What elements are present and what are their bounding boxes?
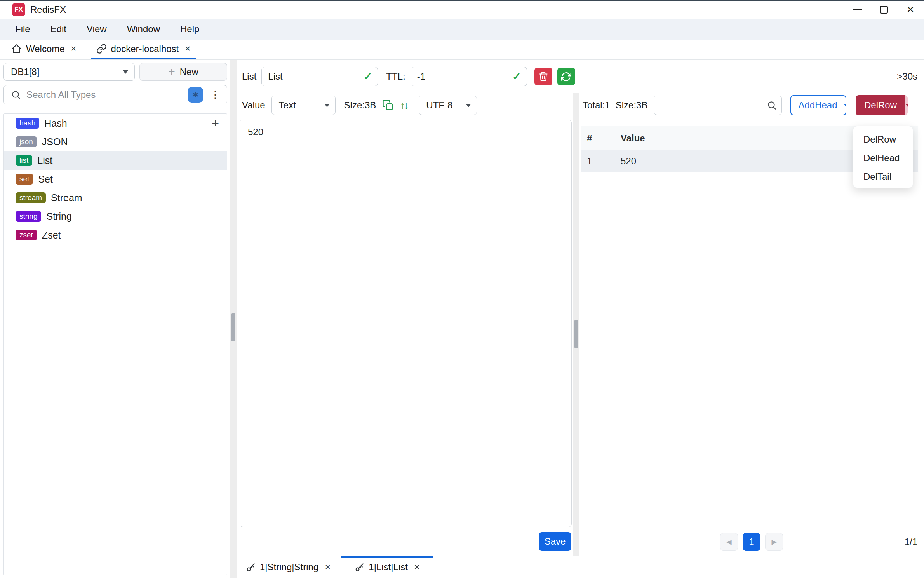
save-button[interactable]: Save [539, 532, 571, 551]
pane-splitter [573, 93, 579, 556]
check-icon: ✓ [364, 70, 372, 83]
delete-key-button[interactable] [534, 68, 552, 85]
type-badge: list [16, 155, 32, 166]
splitter-handle[interactable] [231, 313, 235, 341]
trash-icon [538, 71, 548, 82]
sort-updown-icon[interactable]: ↑↓ [400, 100, 409, 111]
addhead-dropdown-button[interactable] [844, 96, 846, 115]
search-icon [11, 90, 21, 100]
menu-item-delhead[interactable]: DelHead [853, 149, 913, 167]
filter-favorite-button[interactable]: ✱ [188, 87, 203, 103]
elements-toolbar: Total:1 Size:3B AddHead DelRow [579, 93, 924, 117]
value-size-label: Size:3B [344, 100, 376, 111]
menu-item-deltail[interactable]: DelTail [853, 167, 913, 186]
connection-tab-bar: Welcome ✕ docker-localhost ✕ [0, 40, 924, 60]
add-key-icon[interactable]: + [212, 117, 219, 129]
next-page-button[interactable]: ▶ [765, 533, 783, 551]
search-input[interactable] [26, 89, 182, 100]
row-index: 1 [581, 156, 614, 167]
menu-view[interactable]: View [77, 19, 117, 40]
prev-icon: ◀ [726, 538, 731, 546]
type-row-zset[interactable]: zset Zset [4, 226, 227, 244]
type-label: Set [38, 174, 53, 185]
close-icon: ✕ [907, 4, 914, 15]
refresh-key-button[interactable] [557, 68, 575, 85]
type-label: Hash [44, 118, 67, 129]
bottom-tab-bar: 1|String|String ✕ 1|List|List ✕ [237, 556, 924, 578]
maximize-button[interactable] [871, 1, 897, 19]
splitter-handle[interactable] [574, 320, 578, 348]
delrow-dropdown-button[interactable] [905, 95, 908, 115]
type-row-list[interactable]: list List [4, 151, 227, 170]
type-label: Zset [42, 230, 61, 241]
type-row-stream[interactable]: stream Stream [4, 188, 227, 207]
menu-window[interactable]: Window [117, 19, 170, 40]
chevron-down-icon [324, 104, 330, 107]
key-tab-string[interactable]: 1|String|String ✕ [239, 556, 338, 578]
tab-welcome[interactable]: Welcome ✕ [6, 40, 82, 59]
refresh-icon [561, 71, 571, 82]
page-summary: 1/1 [905, 536, 917, 547]
chevron-down-icon [466, 104, 471, 107]
type-row-string[interactable]: string String [4, 207, 227, 226]
type-row-json[interactable]: json JSON [4, 132, 227, 151]
db-select[interactable]: DB1[8] [3, 63, 135, 81]
tab-close-icon[interactable]: ✕ [71, 44, 77, 53]
ttl-input[interactable]: -1 ✓ [411, 67, 527, 86]
key-tab-list[interactable]: 1|List|List ✕ [348, 556, 427, 578]
search-icon [767, 100, 777, 110]
value-pane: Value Text Size:3B ↑↓ UTF-8 520 [237, 93, 573, 556]
type-label: List [37, 155, 52, 166]
key-tab-label: 1|String|String [260, 562, 318, 573]
view-mode-select[interactable]: Text [271, 96, 336, 115]
type-badge: string [16, 211, 41, 222]
title-bar: FX RedisFX ✕ [0, 1, 924, 19]
star-icon: ✱ [192, 90, 199, 99]
delrow-button[interactable]: DelRow [856, 95, 905, 115]
ttl-label: TTL: [386, 71, 405, 82]
size-label: Size:3B [616, 100, 648, 111]
menu-edit[interactable]: Edit [40, 19, 77, 40]
prev-page-button[interactable]: ◀ [720, 533, 738, 551]
close-button[interactable]: ✕ [897, 1, 924, 19]
db-select-value: DB1[8] [11, 66, 39, 77]
tab-close-icon[interactable]: ✕ [325, 563, 331, 571]
minimize-button[interactable] [844, 1, 871, 19]
menu-file[interactable]: File [5, 19, 40, 40]
main-panel: List List ✓ TTL: -1 ✓ >30s [237, 60, 924, 578]
key-name-value: List [268, 71, 282, 82]
type-row-hash[interactable]: hash Hash + [4, 114, 227, 132]
delrow-split-button: DelRow [856, 95, 908, 115]
menu-item-delrow[interactable]: DelRow [853, 130, 913, 149]
type-badge: json [16, 136, 37, 147]
type-row-set[interactable]: set Set [4, 170, 227, 188]
current-page-button[interactable]: 1 [743, 533, 760, 551]
key-type-list: hash Hash + json JSON list List set Set … [3, 113, 227, 575]
next-icon: ▶ [771, 538, 776, 546]
value-toolbar: Value Text Size:3B ↑↓ UTF-8 [237, 93, 573, 117]
value-editor[interactable]: 520 [240, 120, 572, 527]
tab-docker-localhost[interactable]: docker-localhost ✕ [91, 40, 197, 59]
sidebar-more-icon[interactable]: ⋮ [209, 90, 222, 100]
new-key-label: New [180, 66, 198, 77]
home-icon [11, 44, 22, 54]
type-label: JSON [42, 136, 68, 148]
new-key-button[interactable]: + New [139, 63, 227, 81]
app-logo: FX [12, 3, 25, 16]
maximize-icon [880, 6, 888, 14]
content-panes: Value Text Size:3B ↑↓ UTF-8 520 [237, 93, 924, 556]
addhead-button[interactable]: AddHead [791, 96, 843, 115]
menu-help[interactable]: Help [170, 19, 209, 40]
tab-close-icon[interactable]: ✕ [184, 44, 191, 53]
tab-close-icon[interactable]: ✕ [414, 563, 420, 571]
delete-dropdown-menu: DelRow DelHead DelTail [853, 126, 913, 188]
key-tab-label: 1|List|List [369, 562, 408, 573]
copy-icon[interactable] [382, 99, 394, 111]
auto-refresh-hint: >30s [897, 71, 917, 82]
addhead-split-button: AddHead [790, 95, 846, 115]
column-header-value: Value [614, 126, 791, 150]
encoding-select[interactable]: UTF-8 [419, 96, 477, 115]
elements-search-input[interactable] [660, 100, 767, 111]
key-name-input[interactable]: List ✓ [261, 67, 378, 86]
type-label: String [46, 211, 71, 222]
